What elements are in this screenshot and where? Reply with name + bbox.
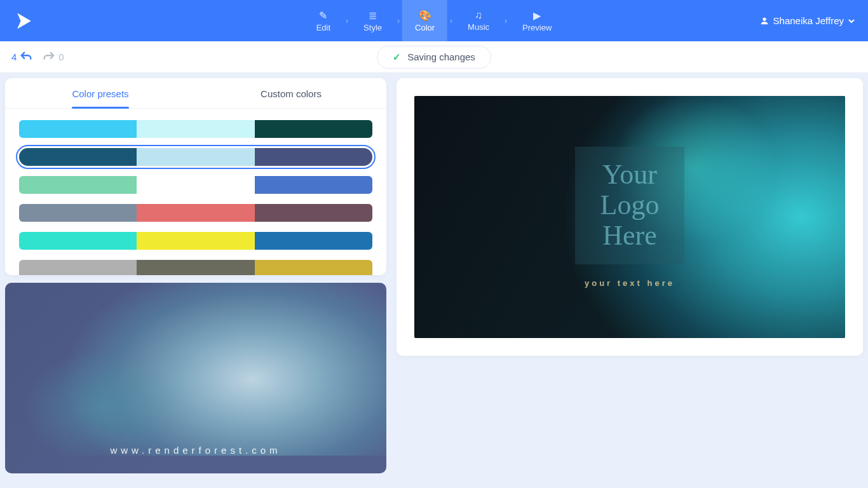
save-status-pill: ✓ Saving changes <box>377 46 491 69</box>
chevron-right-icon: › <box>395 17 402 25</box>
color-swatch <box>255 232 372 250</box>
color-swatch <box>137 204 254 222</box>
nav-step-edit[interactable]: ✎Edit <box>304 0 343 41</box>
nav-steps: ✎Edit›≣Style›🎨Color›♫Music›▶Preview <box>304 0 565 41</box>
left-column: Color presets Custom colors www.renderfo… <box>5 78 386 483</box>
color-swatch <box>19 204 137 222</box>
nav-step-label: Preview <box>522 23 552 32</box>
music-icon: ♫ <box>475 10 482 21</box>
nav-step-style[interactable]: ≣Style <box>351 0 395 41</box>
redo-button: 0 <box>42 50 64 64</box>
workspace: Color presets Custom colors www.renderfo… <box>0 73 868 488</box>
color-swatch <box>19 148 137 166</box>
preview-thumbnail[interactable]: www.renderforest.com <box>5 283 386 473</box>
checkmark-icon: ✓ <box>393 51 401 63</box>
color-swatch <box>19 176 137 194</box>
color-swatch <box>255 120 372 138</box>
redo-icon <box>42 50 56 64</box>
chevron-right-icon: › <box>447 17 455 25</box>
logo-text-line: Your <box>600 159 660 190</box>
color-swatch <box>255 148 372 166</box>
nav-step-color[interactable]: 🎨Color <box>402 0 447 41</box>
color-swatch <box>137 260 254 275</box>
nav-step-label: Color <box>415 23 435 32</box>
user-menu[interactable]: Shaneika Jeffrey <box>759 15 855 26</box>
toolbar: 4 0 ✓ Saving changes <box>0 41 868 73</box>
preview-subtext: your text here <box>585 278 675 288</box>
color-swatch <box>255 204 372 222</box>
chevron-right-icon: › <box>343 17 351 25</box>
color-tabs: Color presets Custom colors <box>5 78 386 109</box>
right-column: Your Logo Here your text here <box>397 78 863 483</box>
color-swatch <box>137 176 254 194</box>
color-icon: 🎨 <box>419 10 431 22</box>
chevron-down-icon <box>848 17 855 25</box>
color-swatch <box>19 260 137 275</box>
logo-text-line: Logo <box>600 190 660 220</box>
logo-text-line: Here <box>600 220 660 251</box>
color-swatch <box>255 176 372 194</box>
redo-count: 0 <box>58 51 64 62</box>
color-preset-row[interactable] <box>19 232 372 250</box>
color-preset-row[interactable] <box>19 120 372 138</box>
preview-icon: ▶ <box>533 10 541 22</box>
main-preview[interactable]: Your Logo Here your text here <box>414 96 845 338</box>
nav-step-preview[interactable]: ▶Preview <box>510 0 564 41</box>
svg-point-0 <box>763 17 766 20</box>
edit-icon: ✎ <box>319 10 327 22</box>
nav-step-label: Edit <box>316 23 330 32</box>
user-name: Shaneika Jeffrey <box>773 15 844 26</box>
color-preset-row[interactable] <box>19 148 372 166</box>
undo-button[interactable]: 4 <box>11 50 33 64</box>
nav-step-label: Style <box>363 23 382 32</box>
color-swatch <box>255 260 372 275</box>
color-preset-row[interactable] <box>19 260 372 275</box>
presets-list[interactable] <box>5 109 386 275</box>
undo-count: 4 <box>11 51 17 62</box>
color-swatch <box>137 120 254 138</box>
user-icon <box>759 16 770 26</box>
color-preset-row[interactable] <box>19 204 372 222</box>
color-swatch <box>137 232 254 250</box>
style-icon: ≣ <box>369 10 377 22</box>
color-panel: Color presets Custom colors <box>5 78 386 275</box>
color-swatch <box>19 120 137 138</box>
app-header: ✎Edit›≣Style›🎨Color›♫Music›▶Preview Shan… <box>0 0 868 41</box>
color-preset-row[interactable] <box>19 176 372 194</box>
smoke-effect <box>5 283 386 456</box>
nav-step-music[interactable]: ♫Music <box>455 0 502 41</box>
preview-url-text: www.renderforest.com <box>110 445 281 456</box>
app-logo[interactable] <box>13 8 38 34</box>
tab-color-presets[interactable]: Color presets <box>5 78 196 108</box>
undo-icon <box>19 50 33 64</box>
save-status-text: Saving changes <box>407 51 475 62</box>
chevron-right-icon: › <box>502 17 510 25</box>
logo-placeholder: Your Logo Here <box>575 147 685 264</box>
main-preview-card: Your Logo Here your text here <box>397 78 863 356</box>
color-swatch <box>137 148 254 166</box>
nav-step-label: Music <box>468 22 489 32</box>
color-swatch <box>19 232 137 250</box>
tab-custom-colors[interactable]: Custom colors <box>196 78 386 108</box>
undo-redo-group: 4 0 <box>11 50 64 64</box>
